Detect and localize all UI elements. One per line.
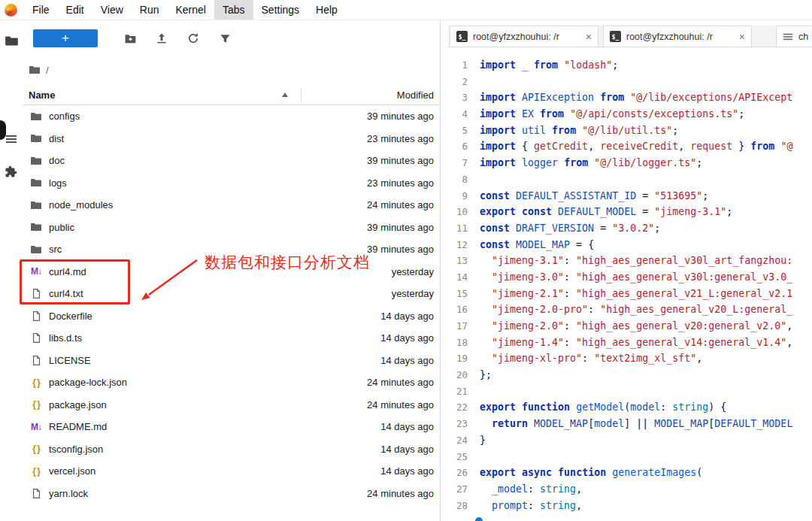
line-number: 28 <box>454 498 477 514</box>
file-row[interactable]: M↓README.md14 days ago <box>23 416 440 438</box>
file-name: yarn.lock <box>49 488 88 499</box>
file-row[interactable]: { }package-lock.json24 minutes ago <box>23 371 440 394</box>
extensions-puzzle-icon[interactable] <box>5 165 17 178</box>
file-row[interactable]: yarn.lock24 minutes ago <box>23 483 440 505</box>
file-modified: 23 minutes ago <box>367 133 434 144</box>
file-name: tsconfig.json <box>49 444 103 455</box>
file-name: package.json <box>49 399 107 410</box>
markdown-icon: M↓ <box>29 422 44 432</box>
text-file-icon <box>783 32 793 42</box>
file-modified: 14 days ago <box>380 332 434 344</box>
close-icon[interactable]: × <box>586 31 592 43</box>
code-line: 25 <box>454 449 812 465</box>
file-row[interactable]: Dockerfile14 days ago <box>23 305 440 328</box>
file-row[interactable]: { }tsconfig.json14 days ago <box>23 438 440 461</box>
line-number: 7 <box>454 155 477 171</box>
line-number: 10 <box>454 204 477 220</box>
code-line: 15 "jimeng-2.1": "high_aes_general_v21_L… <box>454 286 812 302</box>
line-number: 24 <box>454 432 477 449</box>
line-number: 15 <box>454 286 477 302</box>
file-row[interactable]: M↓curl4.mdyesterday <box>23 261 440 283</box>
dock-tab[interactable]: ch <box>776 26 812 47</box>
file-modified: 14 days ago <box>380 444 434 455</box>
file-row[interactable]: LICENSE14 days ago <box>23 350 440 372</box>
file-row[interactable]: node_modules24 minutes ago <box>23 194 440 217</box>
blue-dot-indicator <box>475 517 483 521</box>
dock-tab[interactable]: $_root@yfzxzhouhui: /r× <box>603 26 752 47</box>
code-editor[interactable]: 1import _ from "lodash";23import APIExce… <box>448 47 812 521</box>
code-line: 17 "jimeng-2.0": "high_aes_general_v20:g… <box>454 318 812 335</box>
line-number: 16 <box>454 301 477 318</box>
new-launcher-button[interactable]: + <box>33 29 98 47</box>
code-line: 22export function getModel(model: string… <box>454 399 812 416</box>
code-line: 18 "jimeng-1.4": "high_aes_general_v14:g… <box>454 335 812 351</box>
file-icon <box>29 288 44 299</box>
file-name: Dockerfile <box>49 310 92 322</box>
json-icon: { } <box>29 377 44 388</box>
column-divider <box>301 88 301 101</box>
line-number: 23 <box>454 416 477 432</box>
file-row[interactable]: { }vercel.json14 days ago <box>23 460 440 483</box>
file-modified: 23 minutes ago <box>367 177 434 189</box>
menu-kernel[interactable]: Kernel <box>167 0 214 20</box>
line-number: 4 <box>454 106 477 123</box>
code-line: 1import _ from "lodash"; <box>454 57 812 74</box>
refresh-icon[interactable] <box>177 32 209 44</box>
code-line: 27 _model: string, <box>454 481 812 498</box>
menu-items: FileEditViewRunKernelTabsSettingsHelp <box>24 0 346 20</box>
code-line: 14 "jimeng-3.0": "high_aes_general_v30l:… <box>454 269 812 286</box>
file-name: public <box>49 222 74 233</box>
table-of-contents-icon[interactable] <box>5 133 17 145</box>
menu-settings[interactable]: Settings <box>253 0 308 20</box>
breadcrumb[interactable]: / <box>23 59 440 80</box>
upload-icon[interactable] <box>146 32 177 44</box>
file-row[interactable]: libs.d.ts14 days ago <box>23 327 440 350</box>
file-name: curl4.md <box>49 266 86 277</box>
file-modified: 39 minutes ago <box>367 155 434 166</box>
menu-file[interactable]: File <box>24 0 58 20</box>
line-number: 27 <box>454 481 477 498</box>
file-name: dist <box>49 133 64 144</box>
menu-tabs[interactable]: Tabs <box>214 0 253 20</box>
file-row[interactable]: public39 minutes ago <box>23 217 440 239</box>
file-name: package-lock.json <box>49 377 127 388</box>
file-modified: 24 minutes ago <box>367 199 434 211</box>
close-icon[interactable]: × <box>739 31 745 43</box>
line-number: 22 <box>454 399 477 416</box>
file-modified: 39 minutes ago <box>367 222 434 233</box>
column-header-name[interactable]: Name <box>29 89 55 101</box>
code-line: 11const DRAFT_VERSION = "3.0.2"; <box>454 220 812 237</box>
sort-ascending-icon <box>282 92 288 97</box>
app-logo-icon[interactable] <box>5 4 17 17</box>
line-number: 18 <box>454 335 477 351</box>
file-row[interactable]: configs39 minutes ago <box>23 105 440 128</box>
file-row[interactable]: curl4.txtyesterday <box>23 283 440 305</box>
terminal-icon: $_ <box>610 31 621 42</box>
filter-icon[interactable] <box>209 33 241 44</box>
file-row[interactable]: dist23 minutes ago <box>23 128 440 150</box>
menu-help[interactable]: Help <box>308 0 346 20</box>
home-folder-icon[interactable] <box>29 64 41 76</box>
workspace-body: + / Name <box>0 20 812 521</box>
menu-run[interactable]: Run <box>132 0 168 20</box>
file-row[interactable]: src39 minutes ago <box>23 238 440 261</box>
folder-icon <box>29 177 44 189</box>
json-icon: { } <box>29 466 44 477</box>
menu-edit[interactable]: Edit <box>58 0 92 20</box>
file-name: LICENSE <box>49 355 91 366</box>
column-header-modified[interactable]: Modified <box>397 89 434 101</box>
file-name: README.md <box>49 421 107 432</box>
folder-icon <box>29 111 44 123</box>
line-number: 11 <box>454 220 477 237</box>
file-browser-tab-icon[interactable] <box>5 34 19 48</box>
json-icon: { } <box>29 444 44 454</box>
file-row[interactable]: { }package.json24 minutes ago <box>23 394 440 416</box>
code-line: 23 return MODEL_MAP[model] || MODEL_MAP[… <box>454 416 812 432</box>
file-row[interactable]: doc39 minutes ago <box>23 150 440 172</box>
dock-tab[interactable]: $_root@yfzxzhouhui: /r× <box>450 26 598 47</box>
file-row[interactable]: logs23 minutes ago <box>23 172 440 195</box>
menu-view[interactable]: View <box>92 0 132 20</box>
line-number: 12 <box>454 237 477 253</box>
new-folder-icon[interactable] <box>114 32 146 45</box>
code-line: 2 <box>454 74 812 90</box>
